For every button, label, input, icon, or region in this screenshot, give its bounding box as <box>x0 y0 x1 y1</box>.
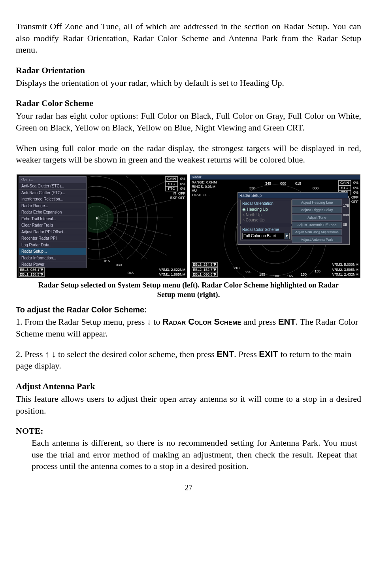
adjust-antenna-park-button[interactable]: Adjust Antenna Park <box>292 236 342 243</box>
body-adjust-antenna: This feature allows users to adjust thei… <box>16 393 361 416</box>
menu-item[interactable]: Radar Range... <box>19 202 86 209</box>
menu-item[interactable]: Gain... <box>19 177 86 183</box>
adjust-trigger-delay-button[interactable]: Adjust Trigger Delay <box>292 207 342 213</box>
menu-item[interactable]: Radar Power <box>19 261 86 268</box>
figure-row: Gain... Anti-Sea Clutter (STC)... Anti-R… <box>16 174 361 278</box>
menu-item[interactable]: Clear Radar Trails <box>19 222 86 229</box>
chevron-down-icon[interactable]: ▾ <box>285 233 288 239</box>
svg-point-14 <box>88 203 114 233</box>
menu-item[interactable]: Log Radar Data... <box>19 242 86 248</box>
radio-heading-up[interactable]: ◉ Heading Up <box>242 207 290 212</box>
menu-item[interactable]: Recenter Radar PPI <box>19 235 86 242</box>
bottom-readout: EBL3: 234.5°R EBL2: 152.7°R EBL1: 090.6°… <box>192 262 358 276</box>
heading-adjust-rcs: To adjust the Radar Color Scheme: <box>16 304 361 315</box>
menu-item[interactable]: Anti-Sea Clutter (STC)... <box>19 183 86 189</box>
menu-item[interactable]: Radar Information... <box>19 255 86 261</box>
color-scheme-select[interactable]: Full Color on Black▾ <box>242 233 290 239</box>
body-rcs-2: When using full color mode on the radar … <box>16 142 361 166</box>
menu-item[interactable]: Echo Trail Interval... <box>19 216 86 222</box>
intro-paragraph: Transmit Off Zone and Tune, all of which… <box>16 21 361 56</box>
screenshot-right: Radar RANGE: 0.0NM RINGS: 0.0NM HU TRAIL… <box>190 174 360 278</box>
dialog-buttons: Adjust Heading Line Adjust Trigger Delay… <box>292 199 342 243</box>
radio-north-up[interactable]: ○ North Up <box>242 212 290 218</box>
system-setup-menu: Gain... Anti-Sea Clutter (STC)... Anti-R… <box>19 176 87 268</box>
figure-caption: Radar Setup selected on System Setup men… <box>38 280 339 299</box>
note-body: Each antenna is different, so there is n… <box>32 437 357 472</box>
bottom-readout: EBL3: 086.1°R EBL1: 138.5°R VRM3: 2.622N… <box>19 267 185 277</box>
body-radar-orientation: Displays the orientation of your radar, … <box>16 77 361 89</box>
step-1: 1. From the Radar Setup menu, press ↓ to… <box>16 316 361 339</box>
orientation-group: Radar Orientation ◉ Heading Up ○ North U… <box>240 200 292 224</box>
bearing-labels-right: 175 090 05 <box>343 203 349 227</box>
adjust-transmit-off-zone-button[interactable]: Adjust Transmit Off Zone <box>292 222 342 228</box>
body-rcs-1: Your radar has eight color options: Full… <box>16 110 361 133</box>
adjust-main-bang-button[interactable]: Adjust Main Bang Suppression <box>292 229 342 235</box>
color-scheme-group: Radar Color Scheme Full Color on Black▾ <box>240 226 292 240</box>
radio-course-up[interactable]: ○ Course Up <box>242 217 290 223</box>
menu-item[interactable]: Adjust Radar PPI Offset... <box>19 229 86 235</box>
svg-text:F: F <box>96 216 98 220</box>
screenshot-left: Gain... Anti-Sea Clutter (STC)... Anti-R… <box>17 174 187 278</box>
adjust-tune-button[interactable]: Adjust Tune <box>292 214 342 221</box>
menu-item[interactable]: Interference Rejection... <box>19 196 86 202</box>
adjust-heading-line-button[interactable]: Adjust Heading Line <box>292 199 342 206</box>
page-number: 27 <box>16 482 361 493</box>
heading-radar-color-scheme: Radar Color Scheme <box>16 97 361 109</box>
menu-item-radar-setup[interactable]: Radar Setup... <box>19 248 86 255</box>
radar-ppi: F 015 030 045 060 075 090 105 120 135 15… <box>88 176 173 259</box>
heading-adjust-antenna: Adjust Antenna Park <box>16 380 361 392</box>
heading-radar-orientation: Radar Orientation <box>16 64 361 76</box>
menu-item[interactable]: Anti-Rain Clutter (FTC)... <box>19 189 86 196</box>
menu-item[interactable]: Radar Echo Expansion <box>19 209 86 216</box>
note-heading: NOTE: <box>16 425 361 437</box>
step-2: 2. Press ↑ ↓ to select the desired color… <box>16 348 361 372</box>
